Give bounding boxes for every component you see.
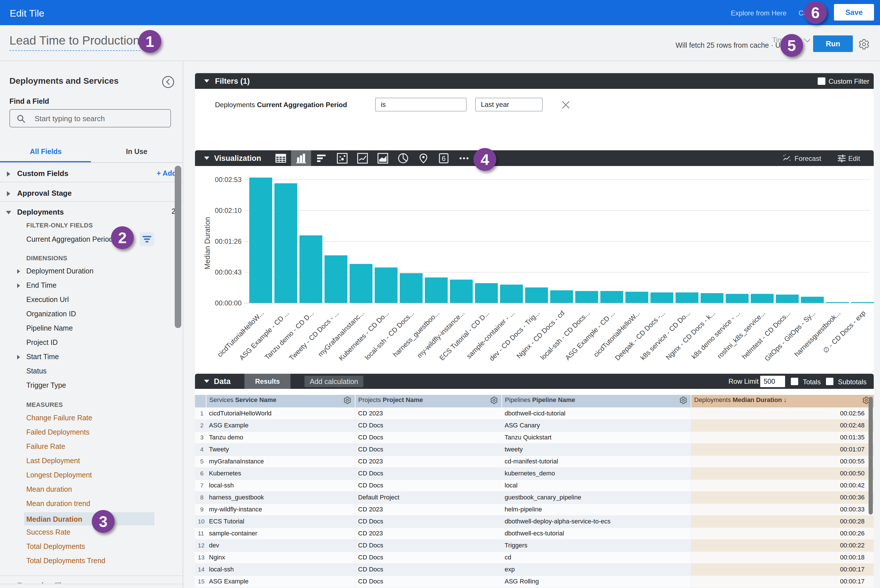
svg-text:cicdTutorialHelloW...: cicdTutorialHelloW...	[215, 309, 265, 358]
svg-text:00:01:26: 00:01:26	[215, 237, 242, 245]
svg-text:harness_guestboo...: harness_guestboo...	[391, 309, 441, 358]
svg-text:Deepak - CD Docs -...: Deepak - CD Docs -...	[613, 309, 666, 362]
svg-text:local-ssh - CD Docs...: local-ssh - CD Docs...	[539, 309, 591, 361]
svg-text:00:00:43: 00:00:43	[215, 268, 242, 276]
svg-text:Kubernetes - CD Do...: Kubernetes - CD Do...	[337, 309, 390, 362]
svg-text:sample-container - ...: sample-container - ...	[465, 309, 516, 360]
svg-text:roshni_k8s_service...: roshni_k8s_service...	[716, 309, 767, 360]
svg-text:ASG Example - CD ...: ASG Example - CD ...	[238, 309, 290, 362]
svg-text:ECS Tutorial - CD D...: ECS Tutorial - CD D...	[438, 309, 490, 362]
svg-text:00:02:10: 00:02:10	[215, 207, 242, 214]
svg-text:cicdTutorialHelloW...: cicdTutorialHelloW...	[592, 309, 641, 358]
svg-text:Nginx - CD Docs - cd: Nginx - CD Docs - cd	[515, 309, 566, 360]
svg-text:dev - CD Docs - Trig...: dev - CD Docs - Trig...	[488, 309, 541, 362]
svg-text:GitOps - GitOps - Sy...: GitOps - GitOps - Sy...	[763, 309, 817, 363]
svg-text:∅ - CD Docs - exp: ∅ - CD Docs - exp	[821, 309, 867, 354]
svg-text:helmtest - CD Docs...: helmtest - CD Docs...	[740, 309, 792, 360]
svg-text:Tweety - CD Docs - ...: Tweety - CD Docs - ...	[287, 309, 340, 362]
svg-text:00:02:53: 00:02:53	[215, 176, 242, 183]
svg-text:myGrafanaInstanc...: myGrafanaInstanc...	[316, 309, 366, 358]
svg-text:Nginx - CD Docs - k...: Nginx - CD Docs - k...	[664, 309, 716, 361]
svg-text:k8s service - CD Do...: k8s service - CD Do...	[639, 309, 691, 362]
svg-text:k8s demo service - ...: k8s demo service - ...	[690, 309, 741, 360]
svg-text:6: 6	[442, 154, 445, 162]
svg-text:Median Duration: Median Duration	[203, 217, 211, 269]
svg-text:00:00:00: 00:00:00	[215, 299, 242, 307]
svg-text:harnessguestbook...: harnessguestbook...	[793, 309, 842, 358]
svg-text:my-wildfly-instance...: my-wildfly-instance...	[415, 309, 466, 359]
svg-text:Tanzu demo - CD D...: Tanzu demo - CD D...	[263, 309, 315, 361]
svg-text:local-ssh - CD Docs...: local-ssh - CD Docs...	[363, 309, 415, 361]
svg-text:ASG Example - CD ...: ASG Example - CD ...	[564, 309, 616, 362]
